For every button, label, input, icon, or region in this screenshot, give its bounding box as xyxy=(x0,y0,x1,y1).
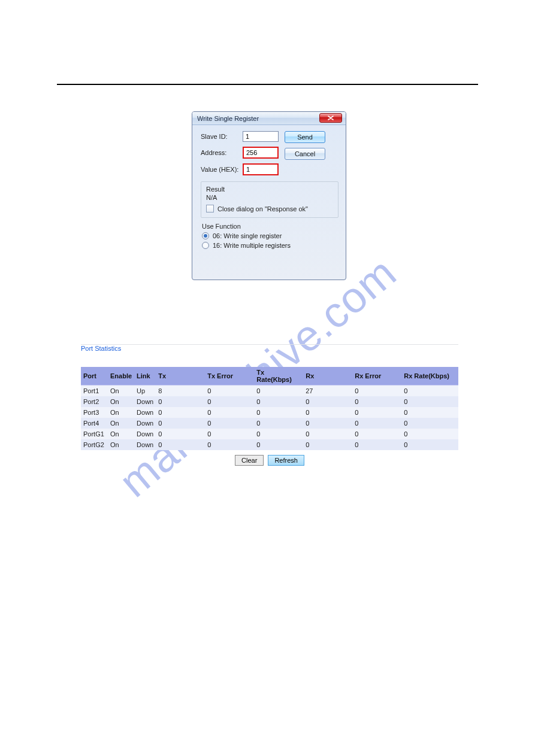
close-icon xyxy=(328,116,334,120)
address-label: Address: xyxy=(201,149,243,156)
cell-txrate: 0 xyxy=(254,385,303,397)
close-button[interactable] xyxy=(319,113,342,123)
cell-rx: 0 xyxy=(303,407,352,418)
slave-id-input[interactable] xyxy=(243,131,279,142)
cell-link: Down xyxy=(134,418,156,429)
cell-tx: 0 xyxy=(156,396,205,407)
radio-write-multiple-label: 16: Write multiple registers xyxy=(213,242,291,249)
cell-link: Down xyxy=(134,407,156,418)
cell-rxerr: 0 xyxy=(352,385,401,397)
cell-txrate: 0 xyxy=(254,418,303,429)
table-row: PortG2OnDown000000 xyxy=(81,439,458,450)
cell-port: Port1 xyxy=(81,385,108,397)
cell-rx: 0 xyxy=(303,439,352,450)
cell-rxerr: 0 xyxy=(352,429,401,439)
cell-rxrate: 0 xyxy=(401,396,458,407)
th-link: Link xyxy=(134,367,156,385)
cell-port: PortG1 xyxy=(81,429,108,439)
cell-link: Down xyxy=(134,439,156,450)
cell-rx: 0 xyxy=(303,396,352,407)
cell-txrate: 0 xyxy=(254,407,303,418)
slave-id-label: Slave ID: xyxy=(201,133,243,140)
table-row: Port1OnUp8002700 xyxy=(81,385,458,397)
dialog-titlebar[interactable]: Write Single Register xyxy=(192,112,346,125)
cell-rxerr: 0 xyxy=(352,439,401,450)
cell-rxrate: 0 xyxy=(401,385,458,397)
close-on-response-checkbox[interactable] xyxy=(206,205,214,212)
cell-link: Up xyxy=(134,385,156,397)
cell-tx: 0 xyxy=(156,439,205,450)
cell-txerr: 0 xyxy=(205,385,254,397)
cell-rxrate: 0 xyxy=(401,429,458,439)
value-hex-input[interactable] xyxy=(243,163,279,175)
cell-enable: On xyxy=(108,439,134,450)
cell-enable: On xyxy=(108,418,134,429)
cell-rx: 27 xyxy=(303,385,352,397)
cell-txrate: 0 xyxy=(254,396,303,407)
value-hex-label: Value (HEX): xyxy=(201,166,243,173)
cell-port: Port4 xyxy=(81,418,108,429)
cell-txrate: 0 xyxy=(254,429,303,439)
divider-rule xyxy=(57,84,478,85)
cell-rxerr: 0 xyxy=(352,407,401,418)
th-rxrate: Rx Rate(Kbps) xyxy=(401,367,458,385)
cell-txerr: 0 xyxy=(205,439,254,450)
th-txerr: Tx Error xyxy=(205,367,254,385)
cell-rxerr: 0 xyxy=(352,396,401,407)
th-rx: Rx xyxy=(303,367,352,385)
table-row: Port4OnDown000000 xyxy=(81,418,458,429)
cell-rx: 0 xyxy=(303,429,352,439)
send-button[interactable]: Send xyxy=(285,131,325,143)
cell-rxrate: 0 xyxy=(401,439,458,450)
cell-link: Down xyxy=(134,396,156,407)
cell-rxerr: 0 xyxy=(352,418,401,429)
cancel-button[interactable]: Cancel xyxy=(285,148,325,160)
use-function-group: Use Function 06: Write single register 1… xyxy=(201,223,338,249)
cell-link: Down xyxy=(134,429,156,439)
port-statistics-panel: Port Statistics Port Enable Link Tx Tx E… xyxy=(81,344,458,464)
cell-tx: 0 xyxy=(156,418,205,429)
cell-tx: 0 xyxy=(156,429,205,439)
result-value: N/A xyxy=(206,194,333,201)
cell-rxrate: 0 xyxy=(401,418,458,429)
cell-txerr: 0 xyxy=(205,407,254,418)
result-fieldset: Result N/A Close dialog on "Response ok" xyxy=(201,181,338,218)
th-tx: Tx xyxy=(156,367,205,385)
write-single-register-dialog: Write Single Register Slave ID: Address: xyxy=(192,111,346,280)
cell-port: Port3 xyxy=(81,407,108,418)
cell-rxrate: 0 xyxy=(401,407,458,418)
cell-txerr: 0 xyxy=(205,418,254,429)
cell-enable: On xyxy=(108,429,134,439)
dialog-title: Write Single Register xyxy=(197,115,259,122)
th-enable: Enable xyxy=(108,367,134,385)
result-legend: Result xyxy=(206,186,333,193)
cell-port: Port2 xyxy=(81,396,108,407)
table-row: Port3OnDown000000 xyxy=(81,407,458,418)
radio-write-single[interactable] xyxy=(202,232,209,239)
port-statistics-title: Port Statistics xyxy=(81,345,458,352)
cell-tx: 8 xyxy=(156,385,205,397)
cell-txrate: 0 xyxy=(254,439,303,450)
th-txrate: Tx Rate(Kbps) xyxy=(254,367,303,385)
cell-enable: On xyxy=(108,385,134,397)
table-row: PortG1OnDown000000 xyxy=(81,429,458,439)
cell-txerr: 0 xyxy=(205,396,254,407)
cell-rx: 0 xyxy=(303,418,352,429)
close-on-response-label: Close dialog on "Response ok" xyxy=(217,205,308,212)
cell-txerr: 0 xyxy=(205,429,254,439)
table-row: Port2OnDown000000 xyxy=(81,396,458,407)
address-input[interactable] xyxy=(243,147,279,159)
radio-write-single-label: 06: Write single register xyxy=(213,232,282,239)
radio-write-multiple[interactable] xyxy=(202,242,209,249)
cell-port: PortG2 xyxy=(81,439,108,450)
cell-tx: 0 xyxy=(156,407,205,418)
cell-enable: On xyxy=(108,396,134,407)
th-rxerr: Rx Error xyxy=(352,367,401,385)
use-function-title: Use Function xyxy=(202,223,337,230)
th-port: Port xyxy=(81,367,108,385)
clear-button[interactable]: Clear xyxy=(235,455,264,466)
cell-enable: On xyxy=(108,407,134,418)
port-statistics-table: Port Enable Link Tx Tx Error Tx Rate(Kbp… xyxy=(81,367,458,450)
refresh-button[interactable]: Refresh xyxy=(268,455,304,466)
